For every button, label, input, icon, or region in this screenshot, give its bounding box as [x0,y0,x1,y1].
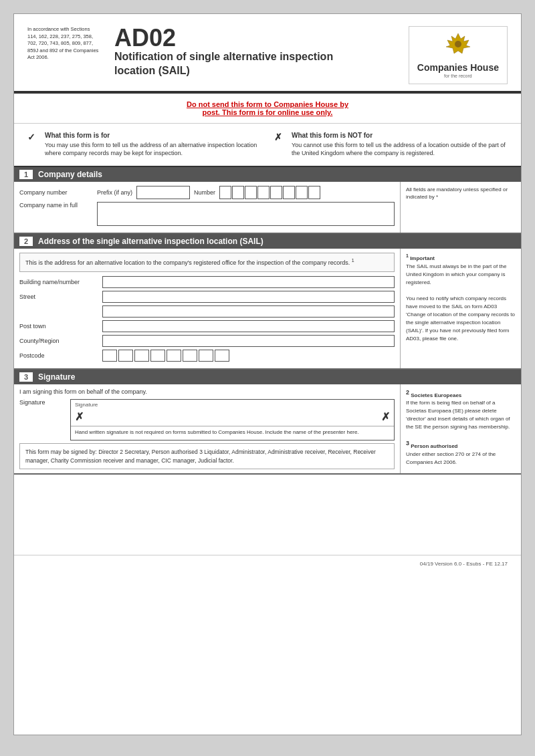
section-1-header: 1 Company details [14,167,521,182]
mandatory-note: All fields are mandatory unless specifie… [406,186,516,201]
company-name-input[interactable] [97,202,395,226]
form-title-block: AD02 Notification of single alternative … [114,26,362,78]
company-name-label: Company name in full [19,202,93,209]
street-row-2 [19,305,395,318]
pc-box-5[interactable] [167,350,181,362]
pc-box-1[interactable] [102,350,117,362]
form-page: In accordance with Sections 114, 162, 22… [13,13,522,735]
note-3-block: 3 Person authorised Under either section… [406,439,516,467]
char-boxes [219,186,320,199]
note3-heading: Person authorised [411,443,457,449]
warning-text: Do not send this form to Companies House… [27,100,508,116]
pc-box-2[interactable] [118,350,133,362]
note2-heading: Societes Europeaes [411,392,461,398]
street-label: Street [19,293,100,300]
section-1-notes: All fields are mandatory unless specifie… [401,182,521,233]
important-heading: Important [410,255,435,261]
char-box-8[interactable] [308,186,320,199]
section-1-body: Company number Prefix (if any) Number [14,182,521,233]
street-input-2[interactable] [102,305,395,318]
company-number-label: Company number [19,189,93,196]
char-box-5[interactable] [270,186,282,199]
number-label: Number [194,189,215,196]
pc-box-3[interactable] [134,350,149,362]
legislation-text: In accordance with Sections 114, 162, 22… [27,26,101,61]
checkmark-icon: ✓ [27,132,39,158]
important-note-text: The SAIL must always be in the part of t… [406,263,506,285]
ch-name: Companies House [417,62,499,74]
what-for-content: What this form is for You may use this f… [45,132,261,158]
street-row: Street [19,291,395,303]
what-for-heading: What this form is for [45,132,261,139]
prefix-input[interactable] [136,186,190,199]
sail-note-text: You need to notify which company records… [406,295,515,342]
form-code: AD02 [114,26,362,50]
sig-box-area[interactable]: Signature ✗ ✗ Hand written signature is … [70,399,395,440]
what-not-for-content: What this form is NOT for You cannot use… [292,132,508,158]
sig-who-box: This form may be signed by: Director 2 S… [19,443,395,470]
note-2-block: 2 Societes Europeaes If the form is bein… [406,388,516,432]
blank-space [14,475,521,541]
company-number-row: Company number Prefix (if any) Number [19,186,395,199]
postcode-label: Postcode [19,352,100,359]
street-input[interactable] [102,291,395,303]
county-row: County/Region [19,335,395,347]
postcode-row: Postcode [19,350,395,362]
sig-x-left: ✗ [75,410,84,423]
char-box-1[interactable] [219,186,231,199]
what-for-block: ✓ What this form is for You may use this… [27,132,261,158]
sig-x-right: ✗ [381,410,390,423]
post-town-input[interactable] [102,320,395,332]
postcode-boxes [102,350,229,362]
what-not-for-heading: What this form is NOT for [292,132,508,139]
svg-point-1 [455,41,461,47]
char-box-2[interactable] [232,186,244,199]
cross-icon: ✗ [274,132,286,158]
info-section: ✓ What this form is for You may use this… [14,124,521,167]
section-3-header: 3 Signature [14,370,521,384]
building-label: Building name/number [19,279,100,285]
section-3-title: Signature [38,372,75,382]
char-box-4[interactable] [257,186,270,199]
post-town-label: Post town [19,323,100,330]
sig-who-label: This form may be signed by: [25,449,97,455]
county-input[interactable] [102,335,395,347]
section-1-main: Company number Prefix (if any) Number [14,182,401,233]
post-town-row: Post town [19,320,395,332]
section-2-main: This is the address for an alternative l… [14,249,401,368]
company-name-row: Company name in full [19,202,395,226]
prefix-label: Prefix (if any) [97,189,132,196]
pc-box-7[interactable] [199,350,213,362]
what-for-body: You may use this form to tell us the add… [45,141,261,158]
footer-text: 04/19 Version 6.0 - Esubs - FE 12.17 [420,561,508,567]
char-box-3[interactable] [245,186,257,199]
ch-subtitle: for the record [444,74,472,78]
section-3-body: I am signing this form on behalf of the … [14,384,521,474]
section-1-number: 1 [19,170,33,179]
building-row: Building name/number [19,276,395,288]
section-2-number: 2 [19,237,33,246]
section-2-title: Address of the single alternative inspec… [38,237,263,246]
prefix-number-row: Prefix (if any) Number [97,186,320,199]
pc-box-4[interactable] [150,350,165,362]
pc-box-8[interactable] [215,350,229,362]
section-2-notes: 1 Important The SAIL must always be in t… [401,249,521,368]
sig-inner-label: Signature [71,400,394,408]
building-input[interactable] [102,276,395,288]
note2-text: If the form is being filed on behalf of … [406,400,510,430]
section-2-body: This is the address for an alternative l… [14,249,521,368]
header-left: In accordance with Sections 114, 162, 22… [27,26,362,78]
form-header: In accordance with Sections 114, 162, 22… [14,14,521,92]
section-3-main: I am signing this form on behalf of the … [14,384,401,474]
companies-house-logo: Companies House for the record [409,26,508,84]
section-2-header: 2 Address of the single alternative insp… [14,234,521,249]
warning-section: Do not send this form to Companies House… [14,92,521,124]
char-box-6[interactable] [283,186,295,199]
important-note-block: 1 Important The SAIL must always be in t… [406,253,516,343]
what-not-for-body: You cannot use this form to tell us the … [292,141,508,158]
char-box-7[interactable] [296,186,308,199]
pc-box-6[interactable] [183,350,197,362]
address-intro: This is the address for an alternative l… [19,253,395,272]
county-label: County/Region [19,338,100,344]
section-3-number: 3 [19,372,33,382]
